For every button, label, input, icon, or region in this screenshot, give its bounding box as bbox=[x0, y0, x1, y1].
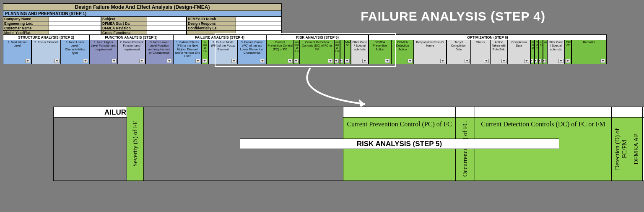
meta-label: Confidentially Le bbox=[187, 26, 236, 31]
column-header[interactable]: Current Detection Controls (DC) of FC or… bbox=[300, 40, 334, 64]
column-header[interactable] bbox=[340, 40, 344, 64]
column-header[interactable]: 2. Focus Element bbox=[31, 40, 61, 64]
zoom-col-label: Current Prevention Control (PC) of FC bbox=[343, 118, 455, 181]
step-header[interactable]: OPTIMIZATION (STEP 6) bbox=[369, 34, 607, 40]
zoom-detail: AILURSeverity (S) of FERISK ANALYSIS (ST… bbox=[53, 107, 644, 181]
meta-label: Company Name bbox=[3, 17, 49, 21]
column-header[interactable]: 1. Failure Effects (FE) to the Next High… bbox=[173, 40, 202, 64]
column-header[interactable]: rity (S) of bbox=[530, 40, 535, 64]
column-header[interactable]: urrence (O) of FC bbox=[294, 40, 300, 64]
filter-dropdown-icon[interactable] bbox=[524, 59, 529, 63]
column-header[interactable]: Filter Code / Special acteristic bbox=[351, 40, 369, 64]
filter-dropdown-icon[interactable] bbox=[530, 59, 533, 63]
column-header[interactable]: 2. Focus Element Function and requiremen… bbox=[118, 40, 145, 64]
filter-dropdown-icon[interactable] bbox=[55, 59, 60, 63]
filter-dropdown-icon[interactable] bbox=[484, 59, 489, 63]
column-header[interactable]: 3. Next Lower Level / Characteristics ty… bbox=[61, 40, 89, 64]
filter-dropdown-icon[interactable] bbox=[362, 59, 367, 63]
filter-dropdown-icon[interactable] bbox=[385, 59, 390, 63]
column-headers-row: 1. Next Higher Level2. Focus Element3. N… bbox=[3, 40, 607, 64]
zoom-column: AILUR bbox=[54, 107, 127, 181]
filter-dropdown-icon[interactable] bbox=[231, 59, 236, 63]
column-header[interactable]: n FC/FM bbox=[539, 40, 543, 64]
step-headers-row: STRUCTURE ANALYSIS (STEP 2)FUNCTION ANAL… bbox=[3, 34, 607, 40]
column-header[interactable]: Completion Date bbox=[508, 40, 530, 64]
column-header[interactable]: Responsible Peson's Name bbox=[414, 40, 447, 64]
meta-value[interactable] bbox=[49, 21, 101, 26]
filter-dropdown-icon[interactable] bbox=[408, 59, 413, 63]
filter-dropdown-icon[interactable] bbox=[334, 59, 339, 63]
column-header[interactable]: DFMEA Preventive Action bbox=[369, 40, 391, 64]
filter-dropdown-icon[interactable] bbox=[139, 59, 144, 63]
zoom-col-label: DFMEA AP bbox=[633, 118, 640, 181]
planning-header[interactable]: PLANNING AND PREPARATION (STEP 1) bbox=[3, 11, 282, 17]
column-header[interactable]: Current Prevention Control (PC) of FC bbox=[266, 40, 294, 64]
column-header[interactable]: 2. Failure Mode (FM) of the Focus Elemen… bbox=[208, 40, 238, 64]
filter-dropdown-icon[interactable] bbox=[328, 59, 333, 63]
column-header[interactable]: ction (D) of FC/FM bbox=[334, 40, 340, 64]
meta-value[interactable] bbox=[147, 26, 187, 31]
sheet-title: Design Failure Mode And Effect Analysis … bbox=[3, 3, 282, 11]
column-header[interactable]: Status bbox=[471, 40, 490, 64]
column-header[interactable]: ity (S) of FE bbox=[202, 40, 208, 64]
meta-label: Design Respons bbox=[187, 21, 236, 26]
step-header[interactable]: FAILURE ANALYSIS (STEP 4) bbox=[173, 34, 266, 40]
meta-value[interactable] bbox=[236, 17, 282, 21]
zoom-column: Severity (S) of FE bbox=[127, 107, 143, 181]
zoom-col-label: Detection (D) of FC/FM bbox=[614, 118, 628, 181]
filter-dropdown-icon[interactable] bbox=[565, 59, 570, 63]
filter-dropdown-icon[interactable] bbox=[288, 59, 293, 63]
fmea-sheet: Design Failure Mode And Effect Analysis … bbox=[3, 3, 282, 35]
meta-value[interactable] bbox=[147, 17, 187, 21]
filter-dropdown-icon[interactable] bbox=[539, 59, 542, 63]
filter-dropdown-icon[interactable] bbox=[340, 59, 343, 63]
meta-value[interactable] bbox=[147, 21, 187, 26]
meta-value[interactable] bbox=[236, 26, 282, 31]
meta-label: DFMEA ID Numb bbox=[187, 17, 236, 21]
filter-dropdown-icon[interactable] bbox=[535, 59, 538, 63]
column-header[interactable]: Remarks bbox=[571, 40, 607, 64]
filter-dropdown-icon[interactable] bbox=[501, 59, 506, 63]
filter-dropdown-icon[interactable] bbox=[345, 59, 350, 63]
filter-dropdown-icon[interactable] bbox=[112, 59, 117, 63]
filter-dropdown-icon[interactable] bbox=[600, 59, 605, 63]
meta-label: DFMEA Start Da bbox=[101, 21, 147, 26]
zoom-column: DFMEA AP bbox=[630, 107, 642, 181]
meta-value[interactable] bbox=[49, 26, 101, 31]
step-header[interactable]: STRUCTURE ANALYSIS (STEP 2) bbox=[3, 34, 89, 40]
filter-dropdown-icon[interactable] bbox=[543, 59, 546, 63]
column-header[interactable]: (O) of FC bbox=[535, 40, 539, 64]
column-header[interactable]: Action Taken with Poin Evid bbox=[490, 40, 508, 64]
filter-dropdown-icon[interactable] bbox=[167, 59, 172, 63]
column-header[interactable]: MEA AP bbox=[565, 40, 571, 64]
column-header[interactable]: 1. Next Higher Level bbox=[3, 40, 31, 64]
filter-dropdown-icon[interactable] bbox=[465, 59, 470, 63]
meta-value[interactable] bbox=[49, 17, 101, 21]
column-header[interactable]: MEA AP bbox=[344, 40, 351, 64]
column-header[interactable]: 3. Next Lower Level Function and require… bbox=[145, 40, 173, 64]
column-header[interactable]: 1. Next Higher Level Function and requir… bbox=[89, 40, 118, 64]
filter-dropdown-icon[interactable] bbox=[260, 59, 265, 63]
column-header[interactable]: DFMEA Detection Action bbox=[391, 40, 414, 64]
meta-area: Company NameSubjectDFMEA ID NumbEngineer… bbox=[3, 17, 282, 35]
filter-dropdown-icon[interactable] bbox=[202, 59, 207, 63]
column-header[interactable]: Filter Code / Special acteristic bbox=[547, 40, 565, 64]
zoom-column: Filter Code / Special Characteristics bbox=[642, 107, 644, 181]
filter-dropdown-icon[interactable] bbox=[558, 59, 564, 63]
column-header[interactable]: 3. Failure Cause (FC) of the est Lower E… bbox=[238, 40, 266, 64]
filter-dropdown-icon[interactable] bbox=[195, 59, 200, 63]
filter-dropdown-icon[interactable] bbox=[83, 59, 88, 63]
filter-dropdown-icon[interactable] bbox=[294, 59, 299, 63]
slide-title: FAILURE ANALYSIS (STEP 4) bbox=[361, 9, 545, 24]
meta-label: Subject bbox=[101, 17, 147, 21]
filter-dropdown-icon[interactable] bbox=[25, 59, 30, 63]
meta-label: Customer Name bbox=[3, 26, 49, 31]
step-header[interactable]: FUNCTION ANALYSIS (STEP 3) bbox=[89, 34, 173, 40]
filter-dropdown-icon[interactable] bbox=[440, 59, 445, 63]
meta-value[interactable] bbox=[236, 21, 282, 26]
step-header[interactable]: RISK ANALYSIS (STEP 5) bbox=[266, 34, 369, 40]
zoom-risk-header[interactable]: RISK ANALYSIS (STEP 5) bbox=[240, 139, 559, 149]
column-header[interactable]: acteristic bbox=[543, 40, 547, 64]
column-header[interactable]: Target Completion Date bbox=[447, 40, 471, 64]
zoom-col-label: Severity (S) of FE bbox=[132, 107, 139, 181]
